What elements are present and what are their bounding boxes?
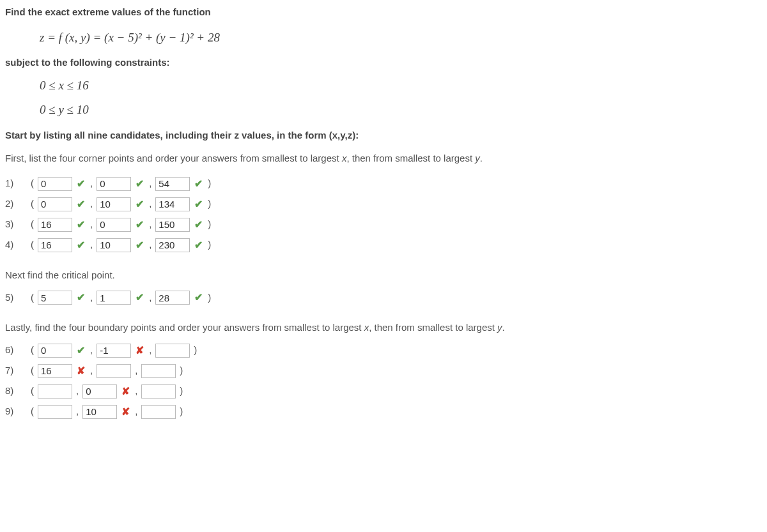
heading: Find the exact extreme values of the fun… [5,5,762,20]
check-icon: ✔ [75,197,86,212]
y-input[interactable] [97,364,131,378]
y-input[interactable] [82,405,117,419]
cross-icon: ✘ [120,404,131,420]
answer-row-8: 8) ( , ✘ , ) [5,383,762,400]
row-number: 3) [5,217,27,232]
y-input[interactable] [97,291,131,305]
z-input[interactable] [141,384,176,399]
check-icon: ✔ [192,197,204,212]
check-icon: ✔ [134,197,145,212]
x-input[interactable] [38,218,72,232]
z-input[interactable] [155,197,190,211]
z-input[interactable] [155,291,190,305]
cross-icon: ✘ [134,343,145,358]
y-input[interactable] [97,344,131,358]
row-number: 4) [5,238,27,252]
constraints-label: subject to the following constraints: [5,56,762,70]
answer-row-1: 1) ( ✔ , ✔ , ✔ ) [5,175,762,193]
constraint-1: 0 ≤ x ≤ 16 [40,77,762,95]
z-input[interactable] [155,218,190,232]
z-input[interactable] [155,177,190,191]
instruction-1: Start by listing all nine candidates, in… [5,128,762,143]
y-input[interactable] [97,218,131,232]
z-input[interactable] [155,238,190,252]
instruction-2: First, list the four corner points and o… [5,151,762,166]
x-input[interactable] [38,405,72,419]
check-icon: ✔ [134,290,145,305]
x-input[interactable] [38,177,72,191]
row-number: 1) [5,176,27,191]
answer-row-3: 3) ( ✔ , ✔ , ✔ ) [5,216,762,234]
answer-row-2: 2) ( ✔ , ✔ , ✔ ) [5,195,762,213]
row-number: 7) [5,363,27,378]
z-input[interactable] [155,344,190,358]
check-icon: ✔ [192,176,204,192]
x-input[interactable] [38,197,72,211]
check-icon: ✔ [192,290,204,305]
z-input[interactable] [141,405,176,419]
check-icon: ✔ [75,238,86,253]
row-number: 9) [5,404,27,419]
answer-row-5: 5) ( ✔ , ✔ , ✔ ) [5,289,762,307]
y-input[interactable] [97,238,131,252]
x-input[interactable] [38,384,72,399]
instruction-4: Lastly, find the four boundary points an… [5,321,762,335]
check-icon: ✔ [75,217,86,232]
y-input[interactable] [97,197,131,211]
constraint-2: 0 ≤ y ≤ 10 [40,101,762,119]
check-icon: ✔ [75,290,86,305]
check-icon: ✔ [134,238,145,253]
check-icon: ✔ [134,217,145,232]
row-number: 6) [5,343,27,358]
y-input[interactable] [97,177,131,191]
check-icon: ✔ [75,343,86,358]
row-number: 5) [5,291,27,305]
x-input[interactable] [38,344,72,358]
check-icon: ✔ [134,176,145,192]
answer-row-7: 7) ( ✘ , , ) [5,362,762,380]
x-input[interactable] [38,364,72,378]
answer-row-6: 6) ( ✔ , ✘ , ) [5,342,762,360]
row-number: 2) [5,197,27,211]
check-icon: ✔ [75,176,86,192]
x-input[interactable] [38,238,72,252]
instruction-3: Next find the critical point. [5,268,762,283]
cross-icon: ✘ [75,363,86,379]
check-icon: ✔ [192,238,204,253]
cross-icon: ✘ [120,384,131,399]
function-formula: z = f (x, y) = (x − 5)² + (y − 1)² + 28 [40,29,762,47]
y-input[interactable] [82,384,117,399]
answer-row-9: 9) ( , ✘ , ) [5,403,762,421]
x-input[interactable] [38,291,72,305]
check-icon: ✔ [192,217,204,232]
answer-row-4: 4) ( ✔ , ✔ , ✔ ) [5,236,762,254]
z-input[interactable] [141,364,176,378]
row-number: 8) [5,384,27,399]
